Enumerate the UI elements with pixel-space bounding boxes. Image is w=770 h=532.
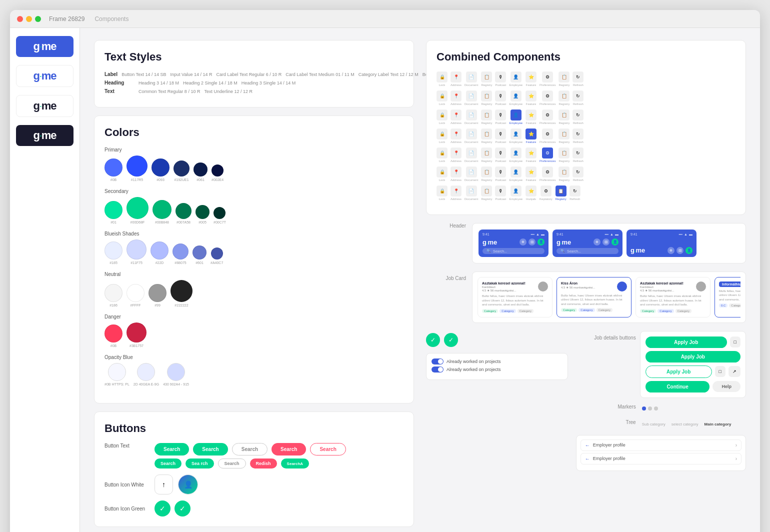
- swatch-bl-2: [126, 240, 146, 260]
- registry9-icon: 📋: [481, 148, 492, 158]
- logo-text-3: g•me: [33, 100, 56, 112]
- combined-components-section: Combined Components 🔒Lock 📍Address 📄Docu…: [426, 40, 746, 215]
- minimize-button[interactable]: [26, 16, 32, 22]
- btn-icon-person[interactable]: ↑: [154, 474, 173, 494]
- btn-green-bottom-1[interactable]: ✓: [426, 333, 440, 347]
- employer-profile-container: ← Employer profile › ← Employer profile: [576, 435, 746, 471]
- apply-job-btn-3[interactable]: Apply Job: [646, 366, 712, 378]
- swatch-item: #FFFF: [126, 284, 144, 307]
- address6-icon: 📍: [450, 166, 462, 178]
- hp-icon-2[interactable]: ▤: [528, 238, 536, 246]
- button-icon-green-row: Button Icon Green ✓ ✓: [104, 500, 404, 516]
- hp-icon-6[interactable]: ▤: [676, 247, 684, 254]
- hp-search-1[interactable]: 🔍 Search...: [482, 248, 544, 254]
- jdb-row-2: Apply Job: [646, 351, 740, 362]
- comp-item: ⭐Feature: [526, 128, 536, 144]
- toggle-1[interactable]: [432, 358, 444, 364]
- address3-icon: 📍: [450, 110, 462, 120]
- text-style-row-heading: Heading Heading 3 14 / 18 M Heading 2 Si…: [104, 80, 404, 86]
- hp-icon-5[interactable]: ⊕: [668, 247, 674, 254]
- hp-avatar-2[interactable]: 👤: [612, 238, 618, 246]
- btn-row-2: Search Sea rch Search Redish SearchA: [154, 458, 404, 468]
- btn-green-bottom-2[interactable]: ✓: [444, 333, 458, 347]
- apply-job-btn-2[interactable]: Apply Job: [646, 351, 740, 362]
- btn-search-1[interactable]: Search: [154, 443, 189, 456]
- header-previews: 9:41 ▪▪▪ ▲ ▬ g•me: [472, 223, 746, 264]
- podcast5-icon: 🎙: [495, 148, 506, 158]
- btn-small-2[interactable]: Sea rch: [186, 458, 214, 468]
- header-preview-inner-1: 9:41 ▪▪▪ ▲ ▬ g•me: [478, 230, 548, 257]
- comp-item: 🎙Podcast: [495, 166, 506, 182]
- btn-green-circle-2[interactable]: ✓: [174, 500, 190, 516]
- hp-search-2[interactable]: 🔍 Search...: [556, 248, 618, 254]
- btn-small-xs[interactable]: SearchA: [281, 458, 309, 468]
- color-group-neutral: Neutral #186 #FFFF: [104, 272, 404, 307]
- podcast7-icon: 🎙: [495, 186, 506, 196]
- comp-item: ⚙Preferences: [540, 110, 556, 124]
- btn-small-1[interactable]: Search: [154, 458, 182, 468]
- btn-avatar[interactable]: 👤: [178, 474, 198, 494]
- preferences-icon: ⚙: [542, 72, 553, 82]
- comp-item: 📋Registry: [556, 186, 566, 200]
- logo-white-dark[interactable]: g•me: [16, 95, 74, 117]
- ts-heading-val3: Heading 3 Single 14 / 14 M: [242, 80, 296, 86]
- hp-icon-4[interactable]: ▤: [602, 238, 610, 246]
- jdb-extra-btn-1[interactable]: □: [730, 336, 740, 348]
- logo-blue-bg[interactable]: g•me: [16, 36, 74, 57]
- maximize-button[interactable]: [35, 16, 41, 22]
- employer-profile-1[interactable]: ← Employer profile ›: [580, 440, 742, 451]
- tree-label: Tree: [576, 420, 636, 425]
- btn-search-2[interactable]: Search: [193, 443, 228, 456]
- btn-search-red[interactable]: Search: [272, 443, 306, 456]
- hp-avatar-3[interactable]: 👤: [686, 247, 692, 254]
- continue-btn[interactable]: Continue: [646, 381, 710, 392]
- close-button[interactable]: [17, 16, 23, 22]
- jdb-extra-btn-3[interactable]: ↗: [728, 366, 740, 377]
- hp-search-text-2: Search...: [567, 250, 581, 253]
- jc-info-3: Asztakak keresel azonnal! Karddászt 4.5 …: [640, 282, 684, 292]
- apply-job-btn-1[interactable]: Apply Job: [646, 336, 727, 348]
- employer-profile-2[interactable]: ← Employer profile ›: [580, 453, 742, 464]
- btn-search-red-outline[interactable]: Search: [310, 443, 346, 456]
- tree-item-2: select category: [672, 422, 698, 426]
- hp-avatar-1[interactable]: 👤: [538, 238, 544, 246]
- comp-item: 📋Registry: [558, 166, 570, 182]
- hp-icon-1[interactable]: ⊕: [520, 238, 526, 246]
- document5-icon: 📄: [466, 148, 477, 158]
- swatch-item: #601: [192, 246, 206, 264]
- logo-dark-bg[interactable]: g•me: [16, 125, 74, 146]
- comp-item: 📋Registry: [481, 90, 492, 106]
- help-btn[interactable]: Help: [712, 381, 740, 392]
- header-section: Header 9:41 ▪▪▪: [426, 223, 746, 264]
- logo-white-blue[interactable]: g•me: [16, 65, 74, 87]
- btn-search-ghost[interactable]: Search: [232, 443, 268, 456]
- swatch-item: #3B1757: [126, 322, 146, 348]
- swatch-sec-1: [104, 201, 122, 219]
- jc-tag: Category: [658, 309, 674, 313]
- btn-green-circle-1[interactable]: ✓: [154, 500, 170, 516]
- jdb-extra-btn-2[interactable]: □: [715, 366, 726, 377]
- ep-content-2: ← Employer profile: [585, 456, 626, 462]
- comp-item: 🔒Lock: [436, 128, 448, 144]
- comp-item: ⭐Feature: [526, 110, 536, 124]
- person-icon: ↑: [162, 480, 166, 488]
- toggle-2[interactable]: [432, 366, 444, 372]
- swatch-item: #185: [104, 242, 122, 264]
- swatch-sec-3: [152, 200, 172, 219]
- already-worked-item-1: Already worked on projects: [432, 358, 562, 364]
- bottom-right-area: Job details buttons Apply Job □ Apply Jo…: [576, 331, 746, 471]
- btn-small-ghost[interactable]: Search: [218, 458, 246, 468]
- comp-row-1: 🔒Lock 📍Address 📄Document 📋Registry 🎙Podc…: [436, 72, 736, 86]
- btn-small-red[interactable]: Redish: [250, 458, 277, 468]
- address-icon: 📍: [450, 72, 462, 82]
- tree-item-1: Sub category: [642, 422, 666, 426]
- button-text-row: Button Text Search Search Search Search …: [104, 443, 404, 468]
- swatch-bl-1: [104, 242, 122, 260]
- bottom-row: ✓ ✓ Already worked on projects: [426, 331, 746, 471]
- logo-text-4: g•me: [33, 129, 56, 142]
- registry8-icon: 📋: [558, 128, 570, 140]
- comp-item: 📍Address: [450, 128, 462, 144]
- swatch-bl-6: [211, 248, 223, 260]
- comp-item: 📋Registry: [481, 128, 492, 144]
- hp-icon-3[interactable]: ⊕: [594, 238, 600, 246]
